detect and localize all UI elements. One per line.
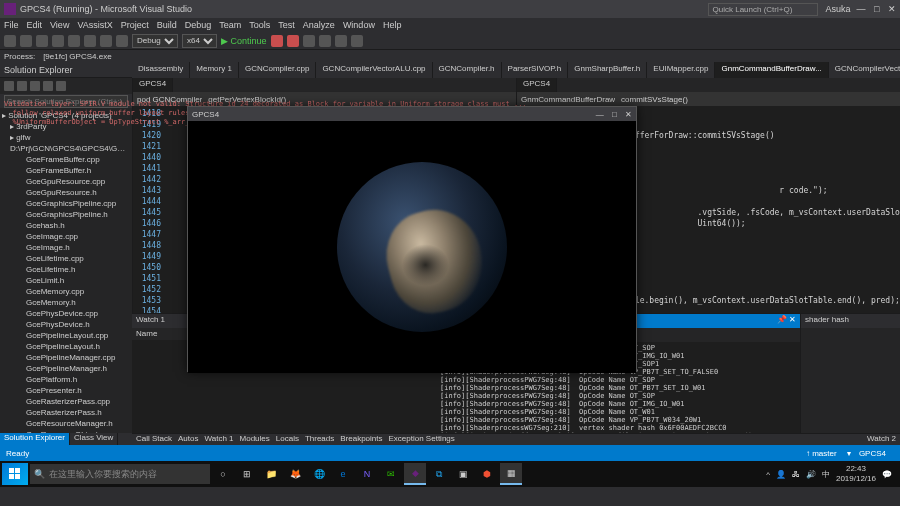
- firefox-icon[interactable]: 🦊: [284, 463, 306, 485]
- tree-item[interactable]: GcePhysDevice.cpp: [2, 308, 130, 319]
- bottom-tab[interactable]: Watch 1: [204, 434, 233, 445]
- doc-tab[interactable]: ParserSIVOP.h: [502, 62, 569, 78]
- restart-icon[interactable]: [303, 35, 315, 47]
- float-maximize-icon[interactable]: □: [612, 110, 617, 119]
- stepinto-icon[interactable]: [319, 35, 331, 47]
- tree-item[interactable]: GceGraphicsPipeline.h: [2, 209, 130, 220]
- menu-vassistx[interactable]: VAssistX: [77, 20, 112, 30]
- redo-icon[interactable]: [116, 35, 128, 47]
- tree-item[interactable]: GceImage.h: [2, 242, 130, 253]
- save-icon[interactable]: [68, 35, 80, 47]
- menu-window[interactable]: Window: [343, 20, 375, 30]
- wechat-icon[interactable]: ✉: [380, 463, 402, 485]
- git-icon[interactable]: ⬢: [476, 463, 498, 485]
- open-icon[interactable]: [52, 35, 64, 47]
- output-pin-icon[interactable]: 📌 ✕: [777, 315, 796, 327]
- menu-project[interactable]: Project: [121, 20, 149, 30]
- taskbar-search-input[interactable]: 🔍 在这里输入你要搜索的内容: [30, 464, 210, 484]
- tree-item[interactable]: Gcehash.h: [2, 220, 130, 231]
- quick-launch[interactable]: Quick Launch (Ctrl+Q): [708, 3, 818, 16]
- bottom-tab[interactable]: Breakpoints: [340, 434, 382, 445]
- tray-volume-icon[interactable]: 🔊: [806, 470, 816, 479]
- doc-tab[interactable]: GCNCompilerVectorALU.cpp: [316, 62, 432, 78]
- nav-back-icon[interactable]: [4, 35, 16, 47]
- tree-item[interactable]: GcePresenter.h: [2, 385, 130, 396]
- tab-class-view[interactable]: Class View: [70, 433, 118, 445]
- tray-net-icon[interactable]: 🖧: [792, 470, 800, 479]
- tree-item[interactable]: GceLimit.h: [2, 275, 130, 286]
- menu-file[interactable]: File: [4, 20, 19, 30]
- right-nav-scope[interactable]: GnmCommandBufferDraw: [521, 95, 615, 104]
- continue-button[interactable]: ▶ Continue: [221, 36, 267, 46]
- tree-item[interactable]: GceGpuResource.h: [2, 187, 130, 198]
- tree-item[interactable]: GceMemory.h: [2, 297, 130, 308]
- stepover-icon[interactable]: [335, 35, 347, 47]
- tab-solution-explorer[interactable]: Solution Explorer: [0, 433, 70, 445]
- tree-item[interactable]: GcePipelineManager.h: [2, 363, 130, 374]
- doc-tab[interactable]: GnmSharpBuffer.h: [568, 62, 647, 78]
- doc-tab[interactable]: GCNCompiler.h: [433, 62, 502, 78]
- vscode-icon[interactable]: ⧉: [428, 463, 450, 485]
- tree-item[interactable]: GceGpuResource.cpp: [2, 176, 130, 187]
- tree-item[interactable]: D:\Prj\GCN\GPCS4\GPCS4\GPCS4\config.h\GP…: [2, 143, 130, 154]
- maximize-icon[interactable]: □: [874, 4, 879, 14]
- stepout-icon[interactable]: [351, 35, 363, 47]
- taskview-icon[interactable]: ⊞: [236, 463, 258, 485]
- new-icon[interactable]: [36, 35, 48, 47]
- process-value[interactable]: [9e1fc] GPCS4.exe: [43, 52, 111, 61]
- vs-taskbar-icon[interactable]: ◆: [404, 463, 426, 485]
- collapse-icon[interactable]: [17, 81, 27, 91]
- status-project[interactable]: GPCS4: [859, 449, 886, 458]
- notes-icon[interactable]: N: [356, 463, 378, 485]
- close-icon[interactable]: ✕: [888, 4, 896, 14]
- doc-tab[interactable]: GnmCommandBufferDraw...: [715, 62, 828, 78]
- bottom-tab[interactable]: Exception Settings: [389, 434, 455, 445]
- tree-item[interactable]: GceRasterizerPass.h: [2, 407, 130, 418]
- tray-people-icon[interactable]: 👤: [776, 470, 786, 479]
- tree-item[interactable]: GceFrameBuffer.cpp: [2, 154, 130, 165]
- showall-icon[interactable]: [43, 81, 53, 91]
- float-close-icon[interactable]: ✕: [625, 110, 632, 119]
- config-select[interactable]: Debug: [132, 34, 178, 48]
- left-pane-tab[interactable]: GPCS4: [133, 78, 173, 92]
- doc-tab[interactable]: Memory 1: [190, 62, 239, 78]
- doc-tab[interactable]: Disassembly: [132, 62, 190, 78]
- tree-item[interactable]: GceResourceManager.h: [2, 418, 130, 429]
- chrome-icon[interactable]: 🌐: [308, 463, 330, 485]
- tray-notifications-icon[interactable]: 💬: [882, 470, 892, 479]
- tree-item[interactable]: GcePipelineManager.cpp: [2, 352, 130, 363]
- minimize-icon[interactable]: —: [857, 4, 866, 14]
- menu-view[interactable]: View: [50, 20, 69, 30]
- doc-tab[interactable]: GCNCompiler.cpp: [239, 62, 316, 78]
- stop-icon[interactable]: [287, 35, 299, 47]
- tray-clock[interactable]: 22:432019/12/16: [836, 464, 876, 484]
- saveall-icon[interactable]: [84, 35, 96, 47]
- bottom-tab[interactable]: Locals: [276, 434, 299, 445]
- menu-tools[interactable]: Tools: [249, 20, 270, 30]
- bottom-tab[interactable]: Autos: [178, 434, 198, 445]
- tree-item[interactable]: GceRasterizerPass.cpp: [2, 396, 130, 407]
- start-button[interactable]: [2, 463, 28, 485]
- explorer-icon[interactable]: 📁: [260, 463, 282, 485]
- menu-team[interactable]: Team: [219, 20, 241, 30]
- bottom-tab[interactable]: Call Stack: [136, 434, 172, 445]
- bottom-tab[interactable]: Threads: [305, 434, 334, 445]
- status-branch[interactable]: ↑ master ▾: [806, 449, 851, 458]
- tree-item[interactable]: GceGraphicsPipeline.cpp: [2, 198, 130, 209]
- doc-tab[interactable]: EUIMapper.cpp: [647, 62, 715, 78]
- edge-icon[interactable]: e: [332, 463, 354, 485]
- menu-build[interactable]: Build: [157, 20, 177, 30]
- menu-help[interactable]: Help: [383, 20, 402, 30]
- right-pane-tab[interactable]: GPCS4: [517, 78, 557, 92]
- menu-analyze[interactable]: Analyze: [303, 20, 335, 30]
- home-icon[interactable]: [4, 81, 14, 91]
- tree-item[interactable]: GcePlatform.h: [2, 374, 130, 385]
- tree-item[interactable]: GcePipelineLayout.h: [2, 341, 130, 352]
- properties-icon[interactable]: [56, 81, 66, 91]
- platform-select[interactable]: x64: [182, 34, 217, 48]
- app-icon[interactable]: ▦: [500, 463, 522, 485]
- render-window[interactable]: GPCS4 — □ ✕: [187, 106, 637, 372]
- tree-item[interactable]: ▸ glfw: [2, 132, 130, 143]
- menu-edit[interactable]: Edit: [27, 20, 43, 30]
- tray-ime-icon[interactable]: 中: [822, 469, 830, 480]
